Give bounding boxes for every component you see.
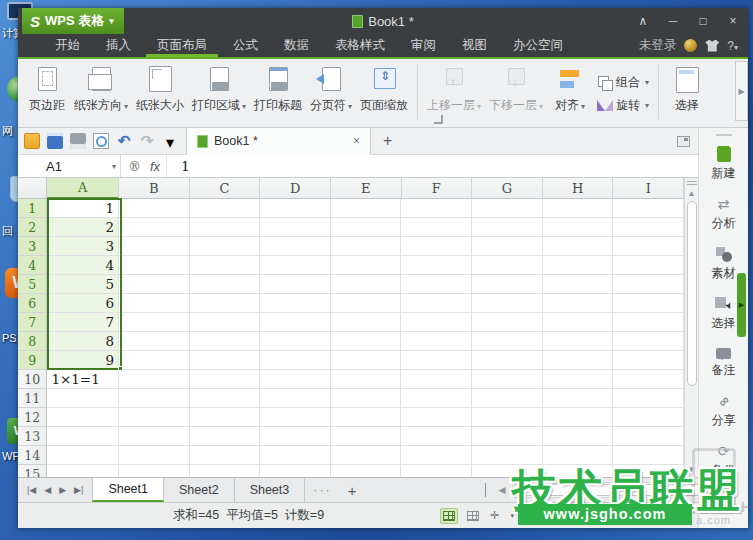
sidebar-item-backup[interactable]: ⟳备份	[712, 443, 736, 479]
column-header-G[interactable]: G	[472, 178, 543, 199]
toolbar-layout-icon[interactable]	[677, 136, 690, 147]
cell-E14[interactable]	[331, 446, 402, 465]
page-setup-dialog-launcher[interactable]	[434, 115, 443, 124]
cell-F14[interactable]	[401, 446, 472, 465]
normal-view-button[interactable]	[440, 508, 458, 524]
minimize-button[interactable]: ─	[658, 8, 688, 34]
cell-D3[interactable]	[260, 237, 331, 256]
cell-C14[interactable]	[190, 446, 261, 465]
cell-B9[interactable]	[119, 351, 190, 370]
cell-G3[interactable]	[472, 237, 543, 256]
zoom-out-button[interactable]: −	[565, 509, 572, 523]
cell-C7[interactable]	[190, 313, 261, 332]
cell-B13[interactable]	[119, 427, 190, 446]
row-header-15[interactable]: 15	[18, 465, 47, 477]
sheet-tab-sheet2[interactable]: Sheet2	[164, 478, 235, 502]
cell-D7[interactable]	[260, 313, 331, 332]
row-header-12[interactable]: 12	[18, 408, 47, 427]
cell-D15[interactable]	[260, 465, 331, 477]
row-header-4[interactable]: 4	[18, 256, 47, 275]
cell-G11[interactable]	[472, 389, 543, 408]
help-button[interactable]: ?▾	[727, 39, 738, 53]
cell-H1[interactable]	[543, 199, 614, 218]
cell-A14[interactable]	[47, 446, 119, 465]
cell-E10[interactable]	[331, 370, 402, 389]
sidebar-item-new-doc[interactable]: 新建	[712, 146, 736, 182]
ribbon-button-group[interactable]: 组合▾	[597, 74, 649, 91]
row-header-8[interactable]: 8	[18, 332, 47, 351]
collapse-button[interactable]: ∧	[628, 8, 658, 34]
cell-D14[interactable]	[260, 446, 331, 465]
cell-B7[interactable]	[119, 313, 190, 332]
cell-D8[interactable]	[260, 332, 331, 351]
row-header-14[interactable]: 14	[18, 446, 47, 465]
cell-B3[interactable]	[119, 237, 190, 256]
cell-C13[interactable]	[190, 427, 261, 446]
cell-H4[interactable]	[543, 256, 614, 275]
cell-B12[interactable]	[119, 408, 190, 427]
column-header-D[interactable]: D	[260, 178, 331, 199]
cell-D10[interactable]	[260, 370, 331, 389]
zoom-slider-thumb[interactable]	[620, 510, 627, 521]
ribbon-button-page-breaks[interactable]: 分页符▾	[306, 61, 356, 127]
cell-B4[interactable]	[119, 256, 190, 275]
cell-F15[interactable]	[401, 465, 472, 477]
cell-A8[interactable]: 8	[47, 332, 119, 351]
cell-D6[interactable]	[260, 294, 331, 313]
cell-H7[interactable]	[543, 313, 614, 332]
ribbon-button-paper-orientation[interactable]: 纸张方向▾	[70, 61, 132, 127]
cell-C3[interactable]	[190, 237, 261, 256]
ribbon-button-print-titles[interactable]: 打印标题	[250, 61, 306, 127]
select-all-corner[interactable]	[18, 178, 47, 199]
cell-F12[interactable]	[401, 408, 472, 427]
row-header-9[interactable]: 9	[18, 351, 47, 370]
new-document-tab-button[interactable]: +	[371, 132, 404, 150]
name-box[interactable]: A1 ▾	[18, 155, 121, 177]
cell-G13[interactable]	[472, 427, 543, 446]
cell-H2[interactable]	[543, 218, 614, 237]
cell-E1[interactable]	[331, 199, 402, 218]
cell-E11[interactable]	[331, 389, 402, 408]
cell-I9[interactable]	[613, 351, 684, 370]
cell-A15[interactable]	[47, 465, 119, 477]
menu-tab-3[interactable]: 页面布局	[144, 34, 220, 57]
cell-F10[interactable]	[401, 370, 472, 389]
task-pane-expander[interactable]: ▶	[737, 273, 746, 337]
cell-C9[interactable]	[190, 351, 261, 370]
next-sheet-button[interactable]: ▶	[56, 485, 69, 495]
skin-icon[interactable]	[705, 40, 719, 52]
cell-H11[interactable]	[543, 389, 614, 408]
cell-F9[interactable]	[401, 351, 472, 370]
scrollbar-thumb[interactable]	[687, 201, 697, 386]
cell-A7[interactable]: 7	[47, 313, 119, 332]
member-coin-icon[interactable]	[684, 39, 697, 52]
cell-F3[interactable]	[401, 237, 472, 256]
cell-A10[interactable]: 1×1=1	[47, 370, 119, 389]
cell-I1[interactable]	[613, 199, 684, 218]
cell-D2[interactable]	[260, 218, 331, 237]
cell-I4[interactable]	[613, 256, 684, 275]
cell-H6[interactable]	[543, 294, 614, 313]
cell-E15[interactable]	[331, 465, 402, 477]
cell-B2[interactable]	[119, 218, 190, 237]
cell-C11[interactable]	[190, 389, 261, 408]
ribbon-expand-button[interactable]: ▶	[735, 61, 748, 121]
prev-sheet-button[interactable]: ◀	[41, 485, 54, 495]
sidebar-drag-handle[interactable]	[716, 134, 732, 136]
column-header-C[interactable]: C	[190, 178, 261, 199]
cell-G5[interactable]	[472, 275, 543, 294]
cell-G8[interactable]	[472, 332, 543, 351]
cell-C4[interactable]	[190, 256, 261, 275]
menu-tab-1[interactable]: 开始	[42, 34, 93, 57]
cell-E13[interactable]	[331, 427, 402, 446]
cell-A11[interactable]	[47, 389, 119, 408]
column-header-H[interactable]: H	[543, 178, 614, 199]
row-header-1[interactable]: 1	[18, 199, 47, 218]
cell-D1[interactable]	[260, 199, 331, 218]
cell-F4[interactable]	[401, 256, 472, 275]
cell-C15[interactable]	[190, 465, 261, 477]
cell-F5[interactable]	[401, 275, 472, 294]
cell-G2[interactable]	[472, 218, 543, 237]
row-header-5[interactable]: 5	[18, 275, 47, 294]
tab-split-handle[interactable]	[485, 483, 488, 497]
